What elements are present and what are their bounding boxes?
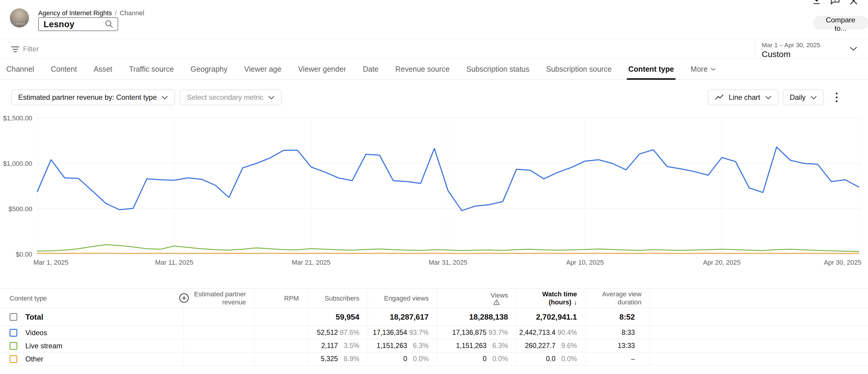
- cell-percentage: 87.6%: [338, 328, 360, 337]
- filter-bar: Filter Mar 1 – Apr 30, 2025 Custom: [0, 39, 868, 59]
- tab-label: Revenue source: [395, 65, 450, 74]
- cell-engaged-views: 1,151,2636.3%: [368, 339, 437, 352]
- tab-subscription-status[interactable]: Subscription status: [466, 59, 529, 79]
- row-label: Videos: [25, 328, 47, 337]
- y-axis-tick-label: $500.00: [8, 205, 32, 213]
- cell-percentage: 3.5%: [338, 342, 360, 350]
- tab-label: More: [691, 65, 708, 74]
- cell-value: –: [631, 355, 635, 363]
- tab-asset[interactable]: Asset: [94, 59, 113, 79]
- granularity-dropdown[interactable]: Daily: [783, 90, 824, 105]
- tab-subscription-source[interactable]: Subscription source: [546, 59, 612, 79]
- more-options-kebab-icon[interactable]: [834, 91, 839, 104]
- cell-value: 59,954: [336, 313, 360, 322]
- x-axis-tick-label: Apr 20, 2025: [703, 259, 741, 266]
- column-header-estimated-partner-revenue[interactable]: Estimated partnerrevenue: [184, 289, 255, 308]
- tab-label: Traffic source: [129, 65, 174, 74]
- column-header-label: Average viewduration: [602, 290, 642, 306]
- compare-to-button[interactable]: Compare to...: [813, 16, 868, 30]
- cell-estimated-partner-revenue: [184, 326, 255, 339]
- column-header-engaged-views[interactable]: Engaged views: [368, 289, 437, 308]
- tab-date[interactable]: Date: [363, 59, 378, 79]
- tab-label: Content: [51, 65, 77, 74]
- y-axis-tick-label: $1,000.00: [3, 160, 32, 167]
- column-header-label: Subscribers: [325, 294, 360, 302]
- cell-watch-time-hours: 2,442,713.490.4%: [517, 326, 586, 339]
- cell-rpm: [255, 308, 307, 326]
- tab-more[interactable]: More: [691, 59, 716, 79]
- column-header-label: Content type: [9, 294, 47, 302]
- row-checkbox-total[interactable]: [9, 313, 17, 321]
- cell-value: 5,325: [320, 355, 338, 363]
- cell-value: 260,227.7: [525, 342, 556, 350]
- chart-controls: Estimated partner revenue by: Content ty…: [0, 90, 868, 105]
- cell-subscribers: 2,1173.5%: [307, 339, 368, 352]
- filter-input[interactable]: Filter: [23, 45, 39, 53]
- granularity-label: Daily: [790, 93, 806, 102]
- send-feedback-icon[interactable]: [829, 0, 841, 6]
- cell-value: 2,442,713.4: [519, 328, 556, 337]
- column-header-average-view-duration[interactable]: Average viewduration: [586, 289, 650, 308]
- revenue-line-chart[interactable]: $0.00$500.00$1,000.00$1,500.00Mar 1, 202…: [0, 111, 868, 278]
- entity-search-input[interactable]: Lesnoy: [38, 17, 118, 31]
- tab-channel[interactable]: Channel: [6, 59, 34, 79]
- row-checkbox-other[interactable]: [9, 355, 17, 363]
- column-header-rpm[interactable]: RPM: [255, 289, 307, 308]
- chart-type-dropdown[interactable]: Line chart: [708, 90, 778, 105]
- column-header-subscribers[interactable]: Subscribers: [307, 289, 368, 308]
- column-header-content-type[interactable]: Content type: [0, 289, 184, 308]
- breadcrumb-parent[interactable]: Agency of Internet Rights: [38, 9, 112, 17]
- x-axis-tick-label: Apr 30, 2025: [824, 259, 862, 266]
- search-icon[interactable]: [104, 20, 114, 29]
- breadcrumb-separator: /: [115, 9, 117, 17]
- cell-percentage: 8.9%: [338, 355, 360, 363]
- date-range-selector[interactable]: Mar 1 – Apr 30, 2025 Custom: [754, 39, 868, 59]
- tab-content[interactable]: Content: [51, 59, 77, 79]
- cell-percentage: 0.0%: [487, 355, 508, 363]
- row-checkbox-live-stream[interactable]: [9, 342, 17, 350]
- x-axis-tick-label: Mar 11, 2025: [155, 259, 193, 266]
- cell-estimated-partner-revenue: [184, 339, 255, 352]
- cell-value: 18,288,138: [469, 313, 508, 322]
- cell-value: 17,136,875: [452, 328, 487, 337]
- line-chart-icon: [715, 94, 724, 101]
- table-header-row: Content typeEstimated partnerrevenueRPMS…: [0, 289, 868, 308]
- cell-value: 18,287,617: [390, 313, 429, 322]
- cell-value: 0: [483, 355, 487, 363]
- chevron-down-icon: [710, 67, 716, 71]
- tab-geography[interactable]: Geography: [190, 59, 227, 79]
- cell-rpm: [255, 352, 307, 365]
- tab-viewer-age[interactable]: Viewer age: [244, 59, 281, 79]
- chevron-down-icon: [849, 46, 857, 51]
- cell-average-view-duration: 13:33: [586, 339, 650, 352]
- primary-metric-dropdown[interactable]: Estimated partner revenue by: Content ty…: [11, 90, 175, 105]
- cell-value: 13:33: [618, 342, 635, 350]
- cell-value: 2,702,941.1: [536, 313, 577, 322]
- cell-estimated-partner-revenue: [184, 352, 255, 365]
- chevron-down-icon: [810, 95, 817, 99]
- download-icon[interactable]: [811, 0, 823, 6]
- cell-estimated-partner-revenue: [184, 308, 255, 326]
- cell-value: 8:52: [619, 313, 635, 322]
- tab-traffic-source[interactable]: Traffic source: [129, 59, 174, 79]
- column-header-views[interactable]: Views: [437, 289, 517, 308]
- cell-value: 0: [403, 355, 407, 363]
- tab-revenue-source[interactable]: Revenue source: [395, 59, 450, 79]
- tab-content-type[interactable]: Content type: [628, 59, 674, 79]
- cell-value: 8:33: [621, 328, 635, 337]
- row-checkbox-videos[interactable]: [9, 329, 17, 337]
- tab-viewer-gender[interactable]: Viewer gender: [298, 59, 346, 79]
- cell-percentage: 0.0%: [556, 355, 577, 363]
- row-label: Other: [25, 355, 43, 363]
- column-header-label: Views: [491, 291, 508, 305]
- tab-label: Subscription status: [466, 65, 529, 74]
- secondary-metric-dropdown[interactable]: Select secondary metric: [180, 90, 281, 105]
- channel-avatar[interactable]: Lesnoy: [10, 8, 29, 27]
- add-metric-column-button[interactable]: +: [179, 293, 189, 303]
- close-icon[interactable]: [848, 0, 860, 7]
- filter-icon: [11, 46, 19, 53]
- cell-watch-time-hours: 260,227.79.6%: [517, 339, 586, 352]
- cell-engaged-views: 00.0%: [368, 352, 437, 365]
- x-axis-tick-label: Mar 21, 2025: [292, 259, 331, 266]
- column-header-watch-time-hours[interactable]: Watch time(hours)↓: [517, 289, 586, 308]
